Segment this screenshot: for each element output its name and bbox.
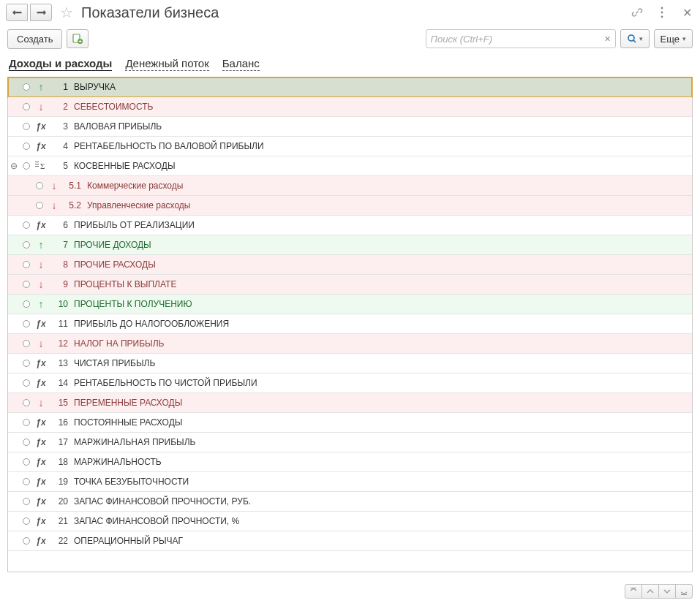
create-button[interactable]: Создать bbox=[7, 29, 62, 49]
row-marker[interactable] bbox=[20, 340, 33, 347]
collapse-icon[interactable]: ⊖ bbox=[8, 161, 20, 171]
arrow-down-icon: ↓ bbox=[39, 259, 44, 270]
table-row[interactable]: ƒx4РЕНТАБЕЛЬНОСТЬ ПО ВАЛОВОЙ ПРИБЫЛИ bbox=[8, 137, 692, 156]
row-marker[interactable] bbox=[20, 162, 33, 170]
table-row[interactable]: ƒx21ЗАПАС ФИНАНСОВОЙ ПРОЧНОСТИ, % bbox=[8, 512, 692, 531]
row-marker[interactable] bbox=[20, 360, 33, 367]
svg-point-1 bbox=[661, 12, 663, 14]
row-label: ВЫРУЧКА bbox=[74, 82, 686, 92]
table-row[interactable]: ↑1ВЫРУЧКА bbox=[8, 77, 692, 97]
row-marker[interactable] bbox=[20, 439, 33, 446]
nav-forward-button[interactable]: 🠖 bbox=[30, 4, 52, 21]
formula-icon: ƒx bbox=[36, 516, 45, 526]
row-number: 16 bbox=[49, 417, 74, 428]
table-row[interactable]: ↓2СЕБЕСТОИМОСТЬ bbox=[8, 97, 692, 117]
row-number: 11 bbox=[49, 319, 74, 329]
formula-icon: ƒx bbox=[36, 358, 45, 368]
scroll-up-button[interactable] bbox=[641, 584, 659, 599]
row-marker[interactable] bbox=[20, 143, 33, 150]
arrow-up-icon: ↑ bbox=[39, 81, 44, 93]
table-row[interactable]: ƒx6ПРИБЫЛЬ ОТ РЕАЛИЗАЦИИ bbox=[8, 216, 692, 235]
favorite-star-icon[interactable]: ☆ bbox=[58, 4, 75, 21]
create-copy-button[interactable] bbox=[67, 29, 89, 48]
table-row[interactable]: ƒx19ТОЧКА БЕЗУБЫТОЧНОСТИ bbox=[8, 472, 692, 492]
row-marker[interactable] bbox=[20, 241, 33, 249]
table-row[interactable]: ƒx22ОПЕРАЦИОННЫЙ РЫЧАГ bbox=[8, 531, 692, 551]
scroll-top-button[interactable] bbox=[625, 584, 642, 599]
row-marker[interactable] bbox=[20, 419, 33, 426]
row-label: МАРЖИНАЛЬНОСТЬ bbox=[74, 457, 686, 467]
table-row[interactable]: ƒx16ПОСТОЯННЫЕ РАСХОДЫ bbox=[8, 413, 692, 433]
formula-icon: ƒx bbox=[36, 496, 45, 507]
table-row[interactable]: ƒx18МАРЖИНАЛЬНОСТЬ bbox=[8, 452, 692, 472]
table-row[interactable]: ↑7ПРОЧИЕ ДОХОДЫ bbox=[8, 235, 692, 255]
row-marker[interactable] bbox=[20, 123, 33, 130]
close-icon[interactable]: ✕ bbox=[680, 5, 694, 20]
row-number: 13 bbox=[49, 358, 74, 368]
row-marker[interactable] bbox=[20, 221, 33, 229]
svg-rect-6 bbox=[35, 162, 39, 162]
row-marker[interactable] bbox=[20, 83, 33, 91]
row-number: 1 bbox=[49, 82, 74, 92]
table-row[interactable]: ƒx17МАРЖИНАЛЬНАЯ ПРИБЫЛЬ bbox=[8, 433, 692, 452]
more-button[interactable]: Еще ▾ bbox=[654, 29, 693, 48]
row-number: 4 bbox=[49, 141, 74, 151]
tab-1[interactable]: Денежный поток bbox=[125, 57, 208, 71]
kebab-menu-icon[interactable] bbox=[655, 5, 669, 20]
table-row[interactable]: ↑10ПРОЦЕНТЫ К ПОЛУЧЕНИЮ bbox=[8, 295, 692, 314]
row-marker[interactable] bbox=[20, 261, 33, 268]
row-marker[interactable] bbox=[20, 537, 33, 545]
table-row[interactable]: ↓9ПРОЦЕНТЫ К ВЫПЛАТЕ bbox=[8, 275, 692, 295]
row-marker[interactable] bbox=[20, 281, 33, 288]
formula-icon: ƒx bbox=[36, 457, 45, 467]
row-marker[interactable] bbox=[33, 182, 46, 189]
row-marker[interactable] bbox=[20, 478, 33, 485]
table-row[interactable]: ↓8ПРОЧИЕ РАСХОДЫ bbox=[8, 255, 692, 275]
clear-search-icon[interactable]: × bbox=[601, 33, 615, 45]
scroll-bottom-button[interactable] bbox=[675, 584, 693, 599]
row-number: 8 bbox=[49, 259, 74, 270]
row-marker[interactable] bbox=[20, 498, 33, 505]
table-row[interactable]: ƒx3ВАЛОВАЯ ПРИБЫЛЬ bbox=[8, 117, 692, 137]
row-marker[interactable] bbox=[20, 458, 33, 466]
formula-icon: ƒx bbox=[36, 141, 45, 151]
chevron-down-icon: ▾ bbox=[639, 35, 643, 42]
row-label: ТОЧКА БЕЗУБЫТОЧНОСТИ bbox=[74, 477, 686, 487]
tab-0[interactable]: Доходы и расходы bbox=[9, 57, 112, 71]
row-label: ПЕРЕМЕННЫЕ РАСХОДЫ bbox=[74, 398, 686, 408]
row-marker[interactable] bbox=[20, 103, 33, 110]
nav-back-button[interactable]: 🠔 bbox=[6, 4, 28, 21]
row-marker[interactable] bbox=[20, 300, 33, 308]
row-label: СЕБЕСТОИМОСТЬ bbox=[74, 102, 686, 112]
row-marker[interactable] bbox=[20, 399, 33, 406]
row-number: 5.1 bbox=[62, 181, 87, 191]
table-row[interactable]: ↓5.2Управленческие расходы bbox=[8, 196, 692, 216]
formula-icon: ƒx bbox=[36, 220, 45, 230]
formula-icon: ƒx bbox=[36, 378, 45, 388]
row-number: 19 bbox=[49, 477, 74, 487]
row-number: 7 bbox=[49, 240, 74, 250]
scroll-down-button[interactable] bbox=[658, 584, 676, 599]
tab-2[interactable]: Баланс bbox=[222, 57, 260, 71]
row-number: 20 bbox=[49, 496, 74, 507]
table-row[interactable]: ↓12НАЛОГ НА ПРИБЫЛЬ bbox=[8, 334, 692, 354]
table-row[interactable]: ↓15ПЕРЕМЕННЫЕ РАСХОДЫ bbox=[8, 393, 692, 413]
table-row[interactable]: ƒx20ЗАПАС ФИНАНСОВОЙ ПРОЧНОСТИ, РУБ. bbox=[8, 492, 692, 512]
row-number: 10 bbox=[49, 299, 74, 309]
table-row[interactable]: ƒx13ЧИСТАЯ ПРИБЫЛЬ bbox=[8, 354, 692, 373]
row-marker[interactable] bbox=[20, 379, 33, 387]
search-input[interactable] bbox=[426, 34, 601, 45]
table-row[interactable]: ↓5.1Коммерческие расходы bbox=[8, 176, 692, 196]
table-row[interactable]: ƒx14РЕНТАБЕЛЬНОСТЬ ПО ЧИСТОЙ ПРИБЫЛИ bbox=[8, 373, 692, 393]
row-number: 3 bbox=[49, 121, 74, 132]
formula-icon: ƒx bbox=[36, 437, 45, 447]
search-button[interactable]: ▾ bbox=[620, 29, 650, 48]
table-row[interactable]: ⊖Σ5КОСВЕННЫЕ РАСХОДЫ bbox=[8, 156, 692, 176]
formula-icon: ƒx bbox=[36, 536, 45, 546]
link-icon[interactable] bbox=[630, 5, 644, 20]
svg-rect-8 bbox=[35, 166, 39, 167]
row-marker[interactable] bbox=[20, 320, 33, 327]
row-marker[interactable] bbox=[33, 202, 46, 209]
row-marker[interactable] bbox=[20, 517, 33, 525]
table-row[interactable]: ƒx11ПРИБЫЛЬ ДО НАЛОГООБЛОЖЕНИЯ bbox=[8, 314, 692, 334]
